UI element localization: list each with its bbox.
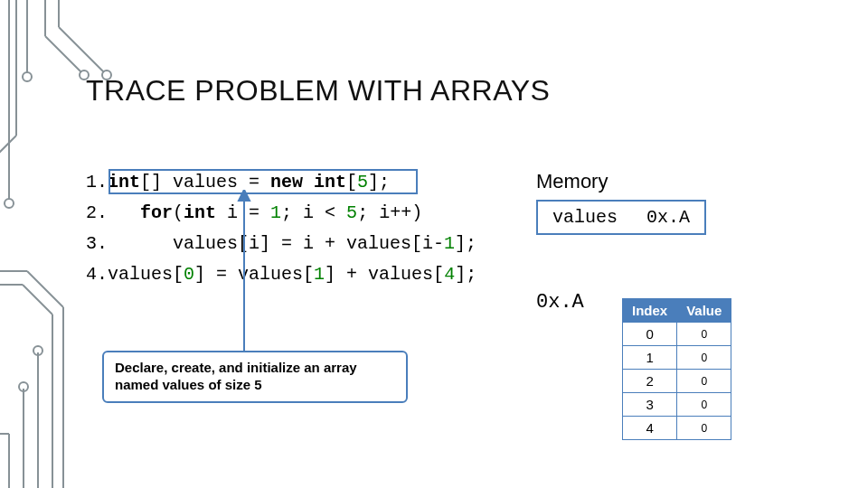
cell-value: 0 — [677, 346, 731, 370]
arrow-icon — [235, 190, 253, 352]
line-num-3: 3. — [86, 233, 108, 254]
svg-marker-25 — [239, 190, 250, 201]
cell-value: 0 — [677, 370, 731, 393]
code-text: int — [184, 202, 216, 223]
cell-index: 0 — [623, 323, 677, 346]
table-row: 30 — [623, 393, 731, 417]
line-num-4: 4. — [86, 264, 108, 285]
memory-heading: Memory — [536, 170, 608, 193]
code-text: for — [108, 202, 173, 223]
code-text: ]; — [455, 264, 476, 285]
code-text: values[ — [108, 264, 184, 285]
code-text: 4 — [444, 264, 455, 285]
cell-value: 0 — [677, 417, 731, 440]
code-text: ] + values[ — [325, 264, 444, 285]
cell-index: 2 — [623, 370, 677, 393]
code-text: 1 — [314, 264, 325, 285]
code-text: 1 — [270, 202, 281, 223]
svg-line-6 — [59, 27, 104, 72]
memory-address-label: 0x.A — [536, 291, 584, 314]
svg-line-3 — [45, 36, 81, 72]
svg-line-16 — [23, 285, 52, 314]
memory-row: values 0x.A — [536, 200, 706, 235]
callout-box: Declare, create, and initialize an array… — [102, 351, 408, 403]
code-text: 0 — [184, 264, 194, 285]
svg-point-1 — [23, 72, 32, 81]
code-text: 1 — [444, 233, 455, 254]
cell-index: 4 — [623, 417, 677, 440]
memory-varvalue: 0x.A — [632, 205, 704, 230]
cell-index: 3 — [623, 393, 677, 417]
table-row: 20 — [623, 370, 731, 393]
code-text: values[i] = i + values[i- — [108, 233, 444, 254]
memory-varname: values — [538, 205, 632, 230]
table-row: 10 — [623, 346, 731, 370]
table-header-index: Index — [623, 299, 677, 323]
table-header-value: Value — [677, 299, 731, 323]
table-row: 40 — [623, 417, 731, 440]
highlight-box — [108, 169, 418, 194]
table-row: 00 — [623, 323, 731, 346]
code-text: 5 — [346, 202, 357, 223]
svg-line-13 — [27, 271, 63, 307]
line-num-1: 1. — [86, 172, 108, 192]
code-text: ; i++) — [357, 202, 422, 223]
line-num-2: 2. — [86, 202, 108, 223]
page-title: TRACE PROBLEM WITH ARRAYS — [86, 74, 550, 108]
code-text: ] = values[ — [194, 264, 314, 285]
array-table: Index Value 00 10 20 30 40 — [622, 298, 731, 440]
cell-value: 0 — [677, 323, 731, 346]
code-text: ; i < — [281, 202, 346, 223]
cell-value: 0 — [677, 393, 731, 417]
cell-index: 1 — [623, 346, 677, 370]
code-text: ]; — [455, 233, 476, 254]
svg-point-9 — [5, 199, 14, 208]
code-text: ( — [173, 202, 184, 223]
